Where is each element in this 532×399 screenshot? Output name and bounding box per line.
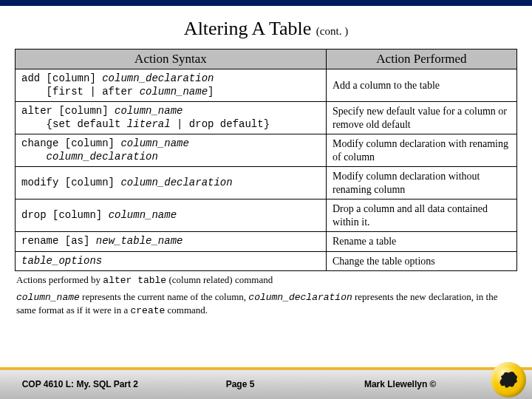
footer-right: Mark Llewellyn © — [320, 379, 480, 389]
syntax-cell: rename [as] new_table_name — [16, 232, 327, 252]
syntax-cell: table_options — [16, 251, 327, 271]
footer-columns: COP 4610 L: My. SQL Part 2 Page 5 Mark L… — [0, 369, 480, 399]
slide-title: Altering A Table (cont. ) — [15, 13, 517, 49]
note-1: Actions performed by alter table (column… — [15, 271, 517, 288]
table-header-row: Action Syntax Action Performed — [16, 50, 517, 69]
performed-cell: Modify column declaration without renami… — [326, 167, 516, 200]
performed-cell: Drop a column and all data contained wit… — [326, 200, 516, 232]
table-row: drop [column] column_name Drop a column … — [16, 200, 517, 232]
performed-cell: Add a column to the table — [326, 69, 516, 102]
header-syntax: Action Syntax — [16, 50, 327, 69]
note-2: column_name represents the current name … — [15, 288, 517, 318]
pegasus-icon — [496, 367, 521, 392]
footer-center: Page 5 — [160, 379, 321, 389]
actions-table: Action Syntax Action Performed add [colu… — [15, 49, 517, 271]
performed-cell: Specify new default value for a column o… — [326, 102, 516, 134]
table-row: rename [as] new_table_name Rename a tabl… — [16, 232, 517, 252]
syntax-cell: change [column] column_name column_decla… — [16, 134, 327, 167]
title-cont: (cont. ) — [316, 25, 348, 37]
syntax-cell: modify [column] column_declaration — [16, 167, 327, 200]
pegasus-logo-icon — [491, 362, 526, 398]
header-performed: Action Performed — [326, 50, 516, 69]
table-row: table_options Change the table options — [16, 251, 517, 271]
performed-cell: Change the table options — [326, 251, 516, 271]
table-row: change [column] column_name column_decla… — [16, 134, 517, 167]
table-row: alter [column] column_name {set default … — [16, 102, 517, 134]
footer-left: COP 4610 L: My. SQL Part 2 — [0, 379, 160, 389]
performed-cell: Rename a table — [326, 232, 516, 252]
table-row: add [column] column_declaration [first |… — [16, 69, 517, 102]
slide: Altering A Table (cont. ) Action Syntax … — [0, 0, 532, 399]
syntax-cell: drop [column] column_name — [16, 200, 327, 232]
syntax-cell: add [column] column_declaration [first |… — [16, 69, 327, 102]
title-main: Altering A Table — [184, 18, 316, 39]
syntax-cell: alter [column] column_name {set default … — [16, 102, 327, 134]
table-row: modify [column] column_declaration Modif… — [16, 167, 517, 200]
footer: COP 4610 L: My. SQL Part 2 Page 5 Mark L… — [0, 361, 532, 399]
performed-cell: Modify column declaration with renaming … — [326, 134, 516, 167]
